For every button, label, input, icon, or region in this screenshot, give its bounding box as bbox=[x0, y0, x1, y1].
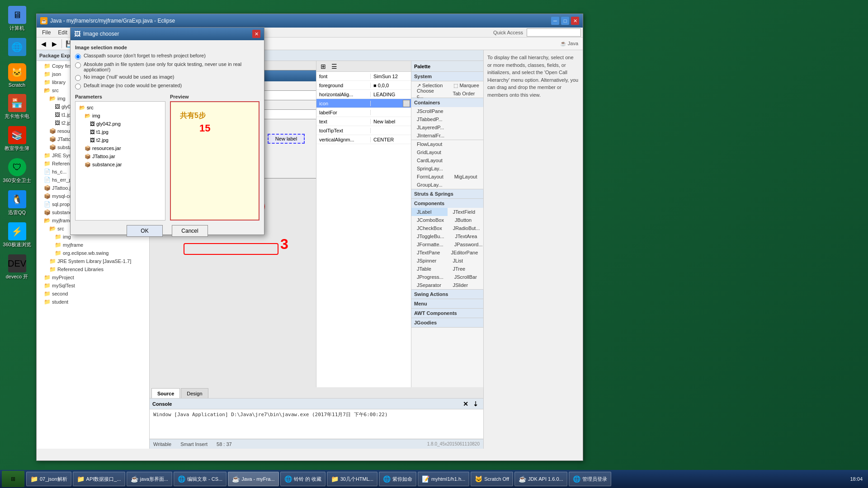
palette-jgoodies-header[interactable]: JGoodies bbox=[411, 318, 483, 327]
prop-row-tooltip[interactable]: toolTipText bbox=[316, 126, 411, 135]
tree-item-myproject[interactable]: 📁 myProject bbox=[37, 273, 149, 282]
palette-gridlayout[interactable]: GridLayout bbox=[411, 148, 483, 156]
prop-toolbar-btn1[interactable]: ⊞ bbox=[318, 61, 328, 71]
prop-row-icon[interactable]: icon ⋯ bbox=[316, 99, 411, 108]
palette-taborder[interactable]: Tab Order bbox=[448, 89, 484, 98]
palette-flowlayout[interactable]: FlowLayout bbox=[411, 140, 483, 148]
palette-choose[interactable]: Choose c... bbox=[411, 89, 448, 98]
tree-item-ref2[interactable]: 📁 Referenced Libraries bbox=[37, 265, 149, 273]
tree-item-org[interactable]: 📁 org.eclipse.wb.swing bbox=[37, 249, 149, 257]
palette-jprogress[interactable]: JProgress... bbox=[411, 273, 449, 281]
palette-jtable[interactable]: JTable bbox=[411, 265, 448, 273]
new-label-component[interactable]: New label bbox=[268, 134, 305, 144]
palette-jlabel[interactable]: JLabel bbox=[411, 208, 448, 216]
radio-default-input[interactable] bbox=[75, 84, 81, 89]
tree-item-myjframe2[interactable]: 📁 myjframe bbox=[37, 241, 149, 249]
icon-edit-btn[interactable]: ⋯ bbox=[403, 100, 410, 107]
quick-access-input[interactable] bbox=[527, 28, 581, 37]
palette-jtextpane[interactable]: JTextPane bbox=[411, 249, 445, 257]
palette-formlayout[interactable]: FormLayout bbox=[411, 173, 449, 181]
taskbar-item-2[interactable]: 📁 API数据接口_... bbox=[73, 472, 125, 486]
taskbar-item-12[interactable]: 🌐 管理员登录 bbox=[569, 472, 611, 486]
taskbar-item-11[interactable]: ☕ JDK API 1.6.0... bbox=[514, 472, 567, 486]
dialog-ok-button[interactable]: OK bbox=[127, 225, 163, 237]
palette-containers-header[interactable]: Containers bbox=[411, 98, 483, 107]
palette-struts-header[interactable]: Struts & Springs bbox=[411, 189, 483, 198]
dtree-img[interactable]: 📂 img bbox=[77, 112, 163, 120]
palette-cardlayout[interactable]: CardLayout bbox=[411, 156, 483, 164]
palette-jtabbedp[interactable]: JTabbedP... bbox=[411, 115, 483, 123]
close-button[interactable]: ✕ bbox=[571, 17, 579, 25]
palette-swing-header[interactable]: Swing Actions bbox=[411, 290, 483, 299]
taskbar-item-3[interactable]: ☕ java形界面... bbox=[127, 472, 172, 486]
taskbar-item-4[interactable]: 🌐 编辑文章 - CS... bbox=[174, 472, 226, 486]
dtree-gly042[interactable]: 🖼 gly042.png bbox=[77, 120, 163, 128]
tree-item-student[interactable]: 📁 student bbox=[37, 298, 149, 306]
palette-jscrollpane[interactable]: JScrollPane bbox=[411, 107, 483, 115]
desktop-icon-deveco[interactable]: DEV deveco 开 bbox=[1, 253, 33, 282]
taskbar-item-9[interactable]: 📝 myhtml1/h1.h... bbox=[418, 472, 469, 486]
palette-jinternalfr[interactable]: JInternalFr... bbox=[411, 131, 483, 140]
palette-jbutton[interactable]: JButton bbox=[449, 216, 483, 224]
tree-item-jre2[interactable]: 📁 JRE System Library [JavaSE-1.7] bbox=[37, 257, 149, 265]
palette-jpassword[interactable]: JPassword... bbox=[449, 240, 483, 249]
dtree-jtattoo[interactable]: 📦 JTattoo.jar bbox=[77, 152, 163, 160]
prop-row-font[interactable]: font SimSun 12 bbox=[316, 72, 411, 81]
console-scroll-btn[interactable]: ⇣ bbox=[471, 399, 481, 409]
desktop-icon-computer[interactable]: 🖥 计算机 bbox=[1, 5, 33, 33]
palette-jspinner[interactable]: JSpinner bbox=[411, 257, 448, 265]
dtree-t2[interactable]: 🖼 t2.jpg bbox=[77, 136, 163, 144]
tab-source[interactable]: Source bbox=[151, 388, 180, 398]
tree-item-mysqltest[interactable]: 📁 mySqlTest bbox=[37, 282, 149, 290]
palette-jtoggle[interactable]: JToggleBu... bbox=[411, 232, 450, 240]
palette-jformatte[interactable]: JFormatte... bbox=[411, 240, 449, 249]
dialog-close-button[interactable]: ✕ bbox=[252, 30, 260, 38]
palette-jeditorpane[interactable]: JEditorPane bbox=[445, 249, 483, 257]
palette-jseparator[interactable]: JSeparator bbox=[411, 281, 448, 289]
desktop-icon-store[interactable]: 🏪 充卡地卡电 bbox=[1, 93, 33, 121]
dtree-resources[interactable]: 📦 resources.jar bbox=[77, 144, 163, 152]
radio-noimage[interactable]: No image ('null' would be used as image) bbox=[75, 74, 259, 81]
palette-awt-header[interactable]: AWT Components bbox=[411, 309, 483, 318]
minimize-button[interactable]: ─ bbox=[551, 17, 559, 25]
dtree-substance[interactable]: 📦 substance.jar bbox=[77, 160, 163, 169]
taskbar-item-8[interactable]: 🌐 紫你如命 bbox=[379, 472, 416, 486]
prop-row-halign[interactable]: horizontalAlig... LEADING bbox=[316, 90, 411, 99]
prop-row-foreground[interactable]: foreground ■ 0,0,0 bbox=[316, 81, 411, 90]
taskbar-item-6[interactable]: 🌐 铃铃 的 收藏 bbox=[280, 472, 326, 486]
tree-item-second[interactable]: 📁 second bbox=[37, 290, 149, 298]
prop-row-valign[interactable]: verticalAlignm... CENTER bbox=[316, 135, 411, 144]
desktop-icon-360[interactable]: 🛡 360安全卫士 bbox=[1, 157, 33, 185]
desktop-icon-student[interactable]: 📚 教室学生簿 bbox=[1, 125, 33, 153]
radio-classpath-input[interactable] bbox=[75, 54, 81, 60]
palette-scroll[interactable]: System ↗ Selection ⬚ bbox=[411, 72, 483, 387]
toolbar-back[interactable]: ◀ bbox=[38, 39, 48, 49]
prop-row-text[interactable]: text New label bbox=[316, 117, 411, 126]
palette-springlay[interactable]: SpringLay... bbox=[411, 164, 483, 173]
taskbar-item-1[interactable]: 📁 07_json解析 bbox=[26, 472, 71, 486]
dtree-t1[interactable]: 🖼 t1.jpg bbox=[77, 128, 163, 136]
dialog-tree[interactable]: 📂 src 📂 img 🖼 gly042.png 🖼 t1.jpg 🖼 bbox=[75, 101, 165, 221]
radio-absolute[interactable]: Absolute path in file system (use only f… bbox=[75, 61, 259, 72]
palette-jtextarea[interactable]: JTextArea bbox=[450, 232, 483, 240]
taskbar-item-7[interactable]: 📁 30几个HTML... bbox=[327, 472, 377, 486]
prop-toolbar-btn2[interactable]: ☰ bbox=[329, 61, 339, 71]
console-clear-btn[interactable]: ✕ bbox=[461, 399, 471, 409]
dtree-src[interactable]: 📂 src bbox=[77, 103, 163, 112]
desktop-icon-ie[interactable]: 🌐 bbox=[1, 37, 33, 58]
palette-jscrollbar[interactable]: JScrollBar bbox=[449, 273, 483, 281]
palette-marquee[interactable]: ⬚ Marquee bbox=[448, 81, 483, 89]
radio-noimage-input[interactable] bbox=[75, 75, 81, 81]
palette-menu-header[interactable]: Menu bbox=[411, 299, 483, 308]
start-button[interactable]: ⊞ bbox=[2, 471, 24, 487]
palette-jlayeredp[interactable]: JLayeredP... bbox=[411, 123, 483, 131]
palette-grouplay[interactable]: GroupLay... bbox=[411, 181, 483, 189]
palette-jlist[interactable]: JList bbox=[448, 257, 484, 265]
radio-default[interactable]: Default image (no code would be generate… bbox=[75, 83, 259, 89]
desktop-icon-scratch2[interactable]: 🐱 Scratch bbox=[1, 62, 33, 89]
palette-jtree[interactable]: JTree bbox=[448, 265, 484, 273]
radio-absolute-input[interactable] bbox=[75, 62, 81, 68]
menu-file[interactable]: File bbox=[38, 28, 54, 37]
taskbar-item-10[interactable]: 🐱 Scratch Off bbox=[471, 472, 513, 486]
toolbar-forward[interactable]: ▶ bbox=[49, 39, 59, 49]
